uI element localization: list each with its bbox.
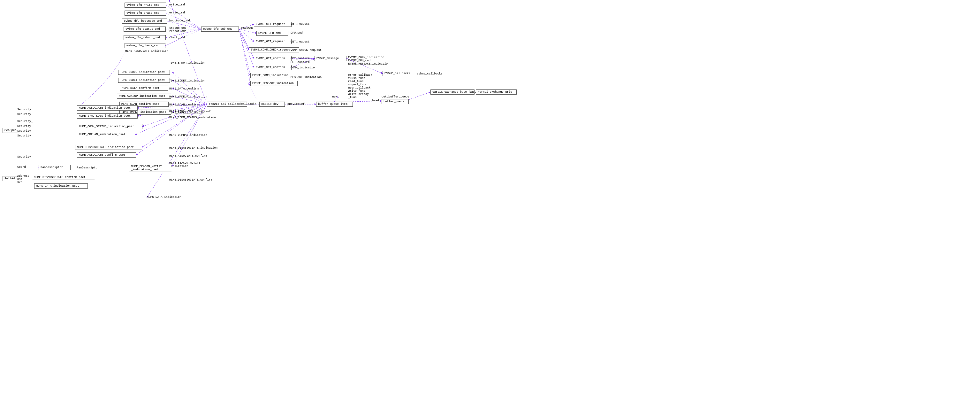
- svg-line-4: [239, 29, 254, 59]
- node-secspec: SecSpec: [3, 128, 19, 133]
- label-mlme-associate-confirm: MLME_ASSOCIATE_confirm: [169, 154, 207, 158]
- label-security-4: Security_: [17, 125, 33, 128]
- node-ca821x-exchange-base: ca821x_exchange_base: [430, 90, 474, 94]
- label-mlme-associate-indication: MLME_ASSOCIATE_indication: [125, 50, 168, 53]
- svg-line-37: [409, 92, 430, 100]
- node-evbme-dfu-erase-cmd: evbme_dfu_erase_cmd: [124, 11, 166, 16]
- label-mlme-orphan: MLME_ORPHAN_indication: [169, 134, 207, 137]
- node-kernel-exchange-priv: kernel_exchange_priv: [476, 90, 517, 94]
- node-mlme-comm-status-pset: MLME_COMM_STATUS_indication_pset: [77, 124, 142, 129]
- svg-line-7: [239, 29, 250, 83]
- label-mlme-beacon-notify: MLME_BEACON_NOTIFY _indication: [169, 162, 200, 168]
- node-mlme-beacon-notify-pset: MLME_BEACON_NOTIFY_indication_pset: [129, 164, 172, 172]
- label-evbme-callbacks-fields: error_callback flush_func read_func sign…: [348, 74, 372, 99]
- label-mcps-data-indication: MCPS_DATA_indication: [147, 195, 181, 199]
- node-evbme-get-request: EVBME_GET_request: [254, 39, 291, 44]
- label-reboot-cmd: reboot_cmd: [169, 30, 186, 33]
- label-erase-cmd: erase_cmd: [169, 11, 185, 14]
- node-evbme-callbacks: EVBME_callbacks: [383, 71, 416, 76]
- node-evbme-dfu-write-cmd: evbme_dfu_write_cmd: [124, 3, 166, 8]
- node-evbme-comm-indication: EVBME_COMM_indication: [250, 73, 295, 78]
- label-security-1: Security: [17, 108, 31, 111]
- node-evbme-message: EVBME_Message: [315, 56, 347, 61]
- label-pan-descriptor: PanDescriptor: [76, 166, 99, 170]
- node-mlme-disassociate-confirm-pset: MLME_DISASSOCIATE_confirm_pset: [32, 175, 95, 180]
- label-get-request: GET_request: [291, 40, 309, 43]
- label-security-6: Security: [17, 134, 31, 138]
- node-mlme-associate-indication-pset: MLME_ASSOCIATE_indication_pset: [77, 106, 138, 110]
- label-mlme-disassociate-confirm: MLME_DISASSOCIATE_confirm: [169, 178, 212, 182]
- label-next: next: [332, 95, 339, 98]
- node-evbme-dfu-cmd: EVBME_DFU_cmd: [256, 31, 288, 36]
- label-base: base: [469, 90, 476, 94]
- label-security-3: Security_: [17, 120, 33, 123]
- node-evbme-dfu-reboot-cmd: evbme_dfu_reboot_cmd: [124, 35, 166, 40]
- label-write-cmd: write_cmd: [169, 3, 185, 6]
- label-evbme-comm-indication-multi: EVBME_COMM_indication EVBME_DFU_cmd EVBM…: [348, 56, 390, 66]
- node-evbme-dfu-check-cmd: evbme_dfu_check_cmd: [124, 43, 165, 48]
- label-mlme-disassociate-indication: MLME_DISASSOCIATE_indication: [169, 146, 218, 150]
- node-tdme-error-pset: TDME_ERROR_indication_pset: [118, 70, 170, 75]
- label-set-confirm: SET_confirm: [291, 61, 309, 64]
- svg-line-19: [172, 80, 207, 104]
- node-mlme-sync-loss-pset: MLME_SYNC_LOSS_indication_pset: [77, 114, 138, 118]
- node-pan-descriptor: PanDescriptor: [39, 165, 70, 170]
- label-dfu-cmd: DFU_cmd: [291, 31, 303, 35]
- label-pdeviceref: pDeviceRef: [287, 102, 305, 106]
- node-mlme-associate-confirm-pset: MLME_ASSOCIATE_confirm_pset: [77, 152, 136, 158]
- node-buffer-queue: buffer_queue: [382, 99, 409, 104]
- svg-line-8: [166, 5, 201, 29]
- label-hwme-wakeup: HWME_WAKEUP_indication: [169, 95, 207, 98]
- node-mcps-data-indication-pset: MCPS_DATA_indication_pset: [34, 184, 88, 189]
- svg-line-35: [249, 83, 259, 104]
- node-hwme-wakeup-pset: HWME_WAKEUP_indication_pset: [117, 94, 171, 99]
- node-tdme-eddet-pset: TDME_EDDET_indication_pset: [118, 78, 170, 83]
- diagram-container: evbme_dfu_write_cmd evbme_dfu_erase_cmd …: [0, 0, 980, 395]
- label-check-cmd: check_cmd: [169, 36, 185, 39]
- node-buffer-queue-item: buffer_queue_item: [316, 102, 353, 107]
- label-evbme-callbacks: evbme_callbacks: [417, 72, 442, 75]
- node-evbme-dfu-bootmode-cmd: evbme_dfu_bootmode_cmd: [122, 19, 167, 24]
- svg-line-26: [142, 104, 207, 126]
- label-out-buffer-queue: out_buffer_queue: [382, 95, 409, 98]
- label-mlme-comm-status: MLME_COMM_STATUS_indication: [169, 116, 216, 119]
- label-get-confirm: GET_confirm: [291, 57, 309, 60]
- label-tdme-error: TDME_ERROR_indication: [169, 61, 205, 64]
- label-mlme-scan-confirm: MLME_SCAN_confirm: [169, 103, 199, 106]
- node-mlme-orphan-pset: MLME_ORPHAN_indication_pset: [77, 132, 135, 137]
- label-message-indication: MESSAGE_indication: [291, 76, 321, 79]
- label-tdme-eddet: TDME_EDDET_indication: [169, 79, 205, 82]
- label-set-request: SET_request: [291, 22, 309, 26]
- node-ca821x-dev: ca821x_dev: [259, 102, 285, 107]
- svg-line-27: [135, 104, 207, 134]
- label-comm-indication: COMM_indication: [291, 66, 317, 69]
- label-callbacks: callbacks_: [241, 102, 258, 106]
- label-mcps-data-confirm: MCPS_DATA_confirm: [169, 87, 199, 90]
- label-address: Address_ Dst Src: [17, 174, 31, 184]
- label-security-2: Security: [17, 113, 31, 116]
- label-coord: Coord_: [17, 166, 27, 169]
- label-msubcmd: mSubCmd: [242, 27, 253, 30]
- node-evbme-set-request: EVBME_SET_request: [254, 22, 291, 27]
- node-evbme-message-indication: EVBME_MESSAGE_indication: [250, 81, 298, 86]
- label-bootmode-cmd: bootmode_cmd: [169, 19, 190, 22]
- node-evbme-get-confirm: EVBME_GET_confirm: [254, 56, 291, 61]
- label-security-5: Security: [17, 130, 31, 133]
- node-evbme-dfu-status-cmd: evbme_dfu_status_cmd: [124, 27, 166, 32]
- label-mlme-sync-loss: MLME_SYNC_LOSS_indication: [169, 109, 212, 112]
- label-security-7: Security: [17, 155, 31, 158]
- label-status-cmd: status_cmd: [169, 27, 186, 30]
- label-head: head: [372, 99, 379, 102]
- node-mlme-disassociate-indication-pset: MLME_DISASSOCIATE_indication_pset: [75, 145, 142, 150]
- node-evbme-set-confirm: EVBME_SET_confirm: [254, 65, 291, 70]
- node-evbme-dfu-sub-cmd: evbme_dfu_sub_cmd: [201, 27, 239, 32]
- label-comm-check-request: COMM_CHECK_request: [291, 49, 321, 52]
- node-mcps-data-confirm-pset: MCPS_DATA_confirm_pset: [120, 86, 168, 91]
